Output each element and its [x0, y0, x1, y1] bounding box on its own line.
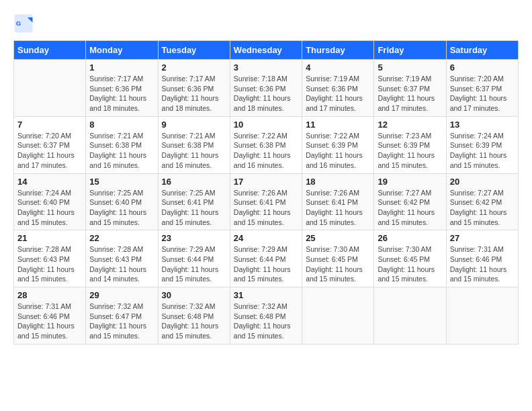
calendar-cell	[374, 287, 446, 345]
day-number: 17	[234, 177, 298, 187]
calendar-cell	[302, 287, 374, 345]
day-info: Sunrise: 7:26 AM Sunset: 6:41 PM Dayligh…	[234, 188, 298, 228]
day-info: Sunrise: 7:32 AM Sunset: 6:48 PM Dayligh…	[234, 302, 298, 341]
weekday-header-thursday: Thursday	[302, 41, 374, 60]
calendar-table: SundayMondayTuesdayWednesdayThursdayFrid…	[13, 40, 519, 345]
day-number: 5	[378, 62, 442, 73]
calendar-cell: 9Sunrise: 7:21 AM Sunset: 6:38 PM Daylig…	[158, 116, 230, 173]
day-number: 30	[162, 290, 226, 300]
day-number: 3	[234, 62, 298, 73]
calendar-cell: 26Sunrise: 7:30 AM Sunset: 6:45 PM Dayli…	[374, 230, 446, 287]
calendar-cell: 2Sunrise: 7:17 AM Sunset: 6:36 PM Daylig…	[158, 60, 230, 117]
day-info: Sunrise: 7:25 AM Sunset: 6:41 PM Dayligh…	[162, 188, 226, 228]
calendar-cell: 4Sunrise: 7:19 AM Sunset: 6:36 PM Daylig…	[302, 60, 374, 117]
day-info: Sunrise: 7:24 AM Sunset: 6:39 PM Dayligh…	[450, 131, 515, 171]
day-number: 25	[306, 233, 370, 243]
calendar-cell: 28Sunrise: 7:31 AM Sunset: 6:46 PM Dayli…	[14, 287, 86, 345]
calendar-cell: 30Sunrise: 7:32 AM Sunset: 6:48 PM Dayli…	[158, 287, 230, 345]
calendar-cell: 22Sunrise: 7:28 AM Sunset: 6:43 PM Dayli…	[86, 230, 158, 287]
calendar-cell: 31Sunrise: 7:32 AM Sunset: 6:48 PM Dayli…	[230, 287, 302, 345]
calendar-cell: 13Sunrise: 7:24 AM Sunset: 6:39 PM Dayli…	[446, 116, 518, 173]
calendar-cell: 11Sunrise: 7:22 AM Sunset: 6:39 PM Dayli…	[302, 116, 374, 173]
day-number: 28	[17, 290, 82, 300]
weekday-header-saturday: Saturday	[446, 41, 518, 60]
day-info: Sunrise: 7:17 AM Sunset: 6:36 PM Dayligh…	[162, 74, 226, 113]
day-number: 21	[17, 233, 82, 243]
day-number: 4	[306, 62, 370, 73]
day-info: Sunrise: 7:27 AM Sunset: 6:42 PM Dayligh…	[450, 188, 515, 228]
calendar-week-row: 7Sunrise: 7:20 AM Sunset: 6:37 PM Daylig…	[14, 116, 519, 173]
calendar-cell: 21Sunrise: 7:28 AM Sunset: 6:43 PM Dayli…	[14, 230, 86, 287]
weekday-header-sunday: Sunday	[14, 41, 86, 60]
day-info: Sunrise: 7:28 AM Sunset: 6:43 PM Dayligh…	[17, 244, 82, 284]
day-info: Sunrise: 7:19 AM Sunset: 6:37 PM Dayligh…	[378, 74, 442, 113]
day-number: 7	[17, 120, 82, 130]
calendar-cell	[14, 60, 86, 117]
weekday-header-friday: Friday	[374, 41, 446, 60]
day-info: Sunrise: 7:32 AM Sunset: 6:47 PM Dayligh…	[89, 302, 154, 341]
day-number: 11	[306, 120, 370, 130]
day-number: 23	[162, 233, 226, 243]
weekday-header-tuesday: Tuesday	[158, 41, 230, 60]
day-number: 31	[234, 290, 298, 300]
weekday-header-monday: Monday	[86, 41, 158, 60]
calendar-cell: 20Sunrise: 7:27 AM Sunset: 6:42 PM Dayli…	[446, 173, 518, 230]
calendar-cell: 18Sunrise: 7:26 AM Sunset: 6:41 PM Dayli…	[302, 173, 374, 230]
day-info: Sunrise: 7:28 AM Sunset: 6:43 PM Dayligh…	[89, 244, 154, 284]
day-number: 20	[450, 177, 515, 187]
calendar-cell: 10Sunrise: 7:22 AM Sunset: 6:38 PM Dayli…	[230, 116, 302, 173]
day-number: 1	[89, 62, 154, 73]
day-number: 27	[450, 233, 515, 243]
day-info: Sunrise: 7:17 AM Sunset: 6:36 PM Dayligh…	[89, 74, 154, 113]
day-info: Sunrise: 7:29 AM Sunset: 6:44 PM Dayligh…	[234, 244, 298, 284]
day-number: 14	[17, 177, 82, 187]
day-number: 19	[378, 177, 442, 187]
day-info: Sunrise: 7:19 AM Sunset: 6:36 PM Dayligh…	[306, 74, 370, 113]
day-info: Sunrise: 7:27 AM Sunset: 6:42 PM Dayligh…	[378, 188, 442, 228]
calendar-body: 1Sunrise: 7:17 AM Sunset: 6:36 PM Daylig…	[14, 60, 519, 345]
day-info: Sunrise: 7:21 AM Sunset: 6:38 PM Dayligh…	[162, 131, 226, 171]
day-number: 22	[89, 233, 154, 243]
logo-icon: G	[13, 13, 34, 34]
weekday-header-row: SundayMondayTuesdayWednesdayThursdayFrid…	[14, 41, 519, 60]
day-info: Sunrise: 7:31 AM Sunset: 6:46 PM Dayligh…	[450, 244, 515, 284]
day-info: Sunrise: 7:22 AM Sunset: 6:38 PM Dayligh…	[234, 131, 298, 171]
day-number: 24	[234, 233, 298, 243]
day-number: 12	[378, 120, 442, 130]
calendar-cell: 29Sunrise: 7:32 AM Sunset: 6:47 PM Dayli…	[86, 287, 158, 345]
calendar-cell: 19Sunrise: 7:27 AM Sunset: 6:42 PM Dayli…	[374, 173, 446, 230]
day-number: 29	[89, 290, 154, 300]
calendar-week-row: 14Sunrise: 7:24 AM Sunset: 6:40 PM Dayli…	[14, 173, 519, 230]
calendar-week-row: 28Sunrise: 7:31 AM Sunset: 6:46 PM Dayli…	[14, 287, 519, 345]
calendar-cell: 25Sunrise: 7:30 AM Sunset: 6:45 PM Dayli…	[302, 230, 374, 287]
calendar-cell: 3Sunrise: 7:18 AM Sunset: 6:36 PM Daylig…	[230, 60, 302, 117]
day-number: 8	[89, 120, 154, 130]
calendar-week-row: 21Sunrise: 7:28 AM Sunset: 6:43 PM Dayli…	[14, 230, 519, 287]
day-info: Sunrise: 7:18 AM Sunset: 6:36 PM Dayligh…	[234, 74, 298, 113]
calendar-cell: 14Sunrise: 7:24 AM Sunset: 6:40 PM Dayli…	[14, 173, 86, 230]
day-number: 9	[162, 120, 226, 130]
svg-text:G: G	[16, 19, 21, 27]
calendar-cell: 5Sunrise: 7:19 AM Sunset: 6:37 PM Daylig…	[374, 60, 446, 117]
calendar-cell: 17Sunrise: 7:26 AM Sunset: 6:41 PM Dayli…	[230, 173, 302, 230]
calendar-cell: 7Sunrise: 7:20 AM Sunset: 6:37 PM Daylig…	[14, 116, 86, 173]
calendar-cell: 15Sunrise: 7:25 AM Sunset: 6:40 PM Dayli…	[86, 173, 158, 230]
day-number: 26	[378, 233, 442, 243]
day-number: 16	[162, 177, 226, 187]
calendar-cell	[446, 287, 518, 345]
day-info: Sunrise: 7:32 AM Sunset: 6:48 PM Dayligh…	[162, 302, 226, 341]
calendar-cell: 12Sunrise: 7:23 AM Sunset: 6:39 PM Dayli…	[374, 116, 446, 173]
calendar-cell: 16Sunrise: 7:25 AM Sunset: 6:41 PM Dayli…	[158, 173, 230, 230]
calendar-cell: 6Sunrise: 7:20 AM Sunset: 6:37 PM Daylig…	[446, 60, 518, 117]
day-number: 2	[162, 62, 226, 73]
day-info: Sunrise: 7:29 AM Sunset: 6:44 PM Dayligh…	[162, 244, 226, 284]
page-header: G	[13, 13, 519, 34]
day-info: Sunrise: 7:20 AM Sunset: 6:37 PM Dayligh…	[17, 131, 82, 171]
weekday-header-wednesday: Wednesday	[230, 41, 302, 60]
day-info: Sunrise: 7:30 AM Sunset: 6:45 PM Dayligh…	[378, 244, 442, 284]
day-info: Sunrise: 7:20 AM Sunset: 6:37 PM Dayligh…	[450, 74, 515, 113]
day-info: Sunrise: 7:30 AM Sunset: 6:45 PM Dayligh…	[306, 244, 370, 284]
calendar-cell: 23Sunrise: 7:29 AM Sunset: 6:44 PM Dayli…	[158, 230, 230, 287]
day-info: Sunrise: 7:31 AM Sunset: 6:46 PM Dayligh…	[17, 302, 82, 341]
day-number: 18	[306, 177, 370, 187]
